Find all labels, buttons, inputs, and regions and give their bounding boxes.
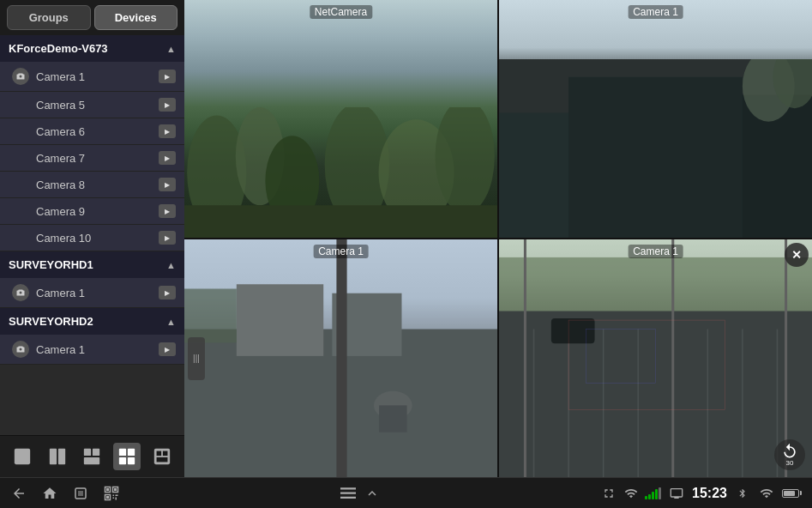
camera-name: Camera 1: [36, 70, 159, 83]
svg-rect-20: [184, 205, 497, 238]
svg-rect-5: [84, 457, 99, 464]
battery-icon: [782, 489, 802, 498]
group-surveyorhd2[interactable]: SURVEYORHD2 ▲: [0, 308, 184, 335]
qr-icon[interactable]: [103, 485, 120, 502]
svg-rect-31: [336, 239, 346, 477]
play-button[interactable]: [159, 286, 176, 299]
svg-rect-6: [119, 449, 126, 456]
svg-rect-63: [116, 497, 117, 499]
grid-custom-button[interactable]: [148, 443, 176, 470]
camera-name: Camera 6: [36, 125, 159, 138]
sidebar-content: KForceDemo-V673 ▲ Camera 1 Camera 5 Came…: [0, 35, 184, 435]
sidebar: Groups Devices KForceDemo-V673 ▲ Camera …: [0, 0, 184, 477]
camera-feed-4: Camera 1 ✕ 30: [499, 239, 812, 477]
camera-name: Camera 1: [36, 287, 159, 299]
svg-rect-60: [113, 494, 115, 496]
camera-feed-3-label: Camera 1: [313, 245, 369, 258]
svg-rect-65: [340, 487, 356, 489]
svg-rect-57: [114, 488, 117, 491]
grid-selector: [0, 435, 184, 477]
recents-icon[interactable]: [72, 485, 89, 502]
svg-rect-8: [119, 457, 126, 464]
group-kforcedemo-label: KForceDemo-V673: [9, 42, 108, 55]
camera-name: Camera 9: [36, 205, 159, 218]
svg-rect-3: [84, 449, 91, 456]
camera-feed-1-label: NetCamera: [310, 5, 372, 19]
camera-icon: [12, 341, 29, 358]
svg-rect-53: [78, 491, 83, 496]
svg-rect-59: [106, 496, 109, 499]
camera-icon: [12, 68, 29, 85]
status-center: [340, 485, 381, 502]
home-icon[interactable]: [41, 485, 58, 502]
grid-2x2-button[interactable]: [113, 443, 141, 470]
camera-item[interactable]: Camera 1: [0, 62, 184, 92]
up-icon[interactable]: [364, 485, 381, 502]
camera-item[interactable]: Camera 6: [0, 118, 184, 145]
play-button[interactable]: [159, 178, 176, 191]
close-button[interactable]: ✕: [785, 243, 809, 267]
camera-feed-2: Camera 1: [499, 0, 812, 238]
svg-rect-33: [379, 405, 406, 432]
chevron-up-icon: ▲: [166, 317, 176, 327]
chevron-up-icon: ▲: [166, 260, 176, 270]
camera-item[interactable]: Camera 1: [0, 335, 184, 365]
status-right: 15:23: [600, 485, 802, 502]
svg-rect-62: [113, 497, 115, 499]
svg-rect-12: [163, 451, 168, 457]
play-button[interactable]: [159, 204, 176, 218]
svg-rect-13: [156, 457, 167, 463]
svg-rect-66: [340, 492, 356, 493]
wifi-icon: [758, 485, 775, 502]
collapse-button[interactable]: |||: [188, 337, 205, 380]
svg-rect-7: [128, 449, 135, 456]
play-button[interactable]: [159, 124, 176, 138]
svg-rect-67: [340, 496, 356, 498]
replay-button[interactable]: 30: [774, 439, 805, 470]
status-left: [10, 485, 120, 502]
svg-rect-0: [15, 449, 30, 464]
play-button[interactable]: [159, 151, 176, 165]
svg-rect-1: [50, 449, 57, 464]
svg-rect-55: [106, 488, 109, 491]
svg-rect-22: [568, 77, 743, 238]
camera-feed-4-label: Camera 1: [628, 245, 683, 258]
tab-devices[interactable]: Devices: [94, 5, 178, 30]
group-kforcedemo[interactable]: KForceDemo-V673 ▲: [0, 35, 184, 62]
menu-icon[interactable]: [340, 485, 357, 502]
main-area: Groups Devices KForceDemo-V673 ▲ Camera …: [0, 0, 812, 477]
camera-item[interactable]: Camera 9: [0, 198, 184, 225]
status-bar: 15:23: [0, 477, 812, 508]
grid-3cell-button[interactable]: [78, 443, 105, 470]
grid-2x1-button[interactable]: [44, 443, 71, 470]
play-button[interactable]: [159, 342, 176, 356]
svg-rect-29: [237, 284, 323, 356]
grid-1x1-button[interactable]: [9, 443, 36, 470]
svg-rect-46: [551, 318, 595, 343]
play-button[interactable]: [159, 231, 176, 245]
camera-feed-1: NetCamera: [184, 0, 497, 238]
tab-groups[interactable]: Groups: [7, 5, 91, 30]
svg-rect-11: [156, 451, 161, 457]
svg-rect-61: [116, 494, 117, 496]
camera-name: Camera 7: [36, 152, 159, 165]
camera-item[interactable]: Camera 5: [0, 92, 184, 118]
signal-bars-icon: [645, 487, 661, 499]
tab-bar: Groups Devices: [0, 0, 184, 35]
camera-name: Camera 1: [36, 343, 159, 356]
monitor-icon: [668, 485, 685, 502]
signal-group: [624, 487, 638, 500]
svg-rect-64: [117, 494, 118, 496]
group-surveyorhd1[interactable]: SURVEYORHD1 ▲: [0, 251, 184, 278]
camera-item[interactable]: Camera 1: [0, 278, 184, 308]
camera-item[interactable]: Camera 8: [0, 172, 184, 198]
group-surveyorhd2-label: SURVEYORHD2: [9, 315, 93, 328]
svg-rect-10: [154, 449, 170, 464]
fullscreen-icon[interactable]: [600, 485, 617, 502]
play-button[interactable]: [159, 70, 176, 83]
camera-item[interactable]: Camera 7: [0, 145, 184, 172]
camera-feed-3: Camera 1 |||: [184, 239, 497, 477]
back-icon[interactable]: [10, 485, 27, 502]
play-button[interactable]: [159, 98, 176, 112]
camera-item[interactable]: Camera 10: [0, 225, 184, 251]
